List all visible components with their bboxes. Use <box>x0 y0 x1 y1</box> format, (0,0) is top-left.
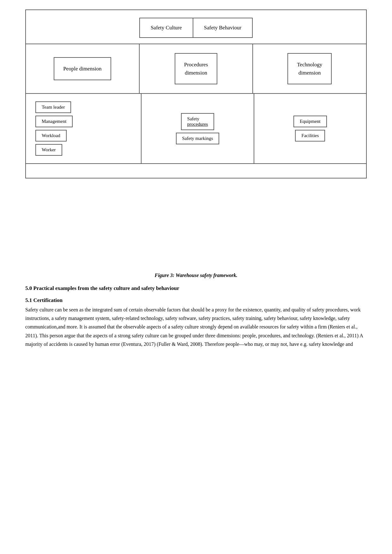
people-dimension-box: People dimension <box>54 57 111 81</box>
figure-row-3: Team leader Management Workload Worker S… <box>26 94 366 164</box>
worker-label: Worker <box>42 147 56 152</box>
equipment-item: Equipment <box>293 116 327 127</box>
equipment-label: Equipment <box>300 119 321 124</box>
facilities-item: Facilities <box>295 130 325 142</box>
safety-procedures-item: Safetyprocedures <box>181 113 214 130</box>
procedures-subitems-col: Safetyprocedures Safety markings <box>142 94 254 163</box>
figure-label: Figure 3: <box>154 273 174 278</box>
technology-subitems-col: Equipment Facilities <box>254 94 366 163</box>
blank-space <box>25 185 367 267</box>
technology-dimension-col: Technologydimension <box>253 44 366 93</box>
figure-title: Warehouse safety framework. <box>174 273 237 278</box>
safety-markings-item: Safety markings <box>176 133 220 144</box>
team-leader-label: Team leader <box>42 105 65 110</box>
people-dimension-col: People dimension <box>26 44 140 93</box>
safety-culture-cell: Safety Culture <box>140 18 193 37</box>
management-item: Management <box>35 116 73 127</box>
page: Safety Culture Safety Behaviour People d… <box>0 0 392 362</box>
safety-culture-label: Safety Culture <box>151 25 182 31</box>
safety-behaviour-label: Safety Behaviour <box>204 25 242 31</box>
safety-markings-label: Safety markings <box>182 136 213 141</box>
team-leader-item: Team leader <box>35 101 71 113</box>
body-paragraph-1: Safety culture can be seen as the integr… <box>25 305 367 348</box>
figure-row-2: People dimension Proceduresdimension Tec… <box>26 44 366 94</box>
facilities-label: Facilities <box>301 133 319 138</box>
worker-item: Worker <box>35 144 62 156</box>
figure-row-1: Safety Culture Safety Behaviour <box>26 10 366 44</box>
row1-inner-box: Safety Culture Safety Behaviour <box>139 18 253 38</box>
figure-row-4-empty <box>26 164 366 178</box>
figure-diagram: Safety Culture Safety Behaviour People d… <box>25 9 367 178</box>
safety-procedures-label: Safetyprocedures <box>187 116 208 127</box>
section-5-heading: 5.0 Practical examples from the safety c… <box>25 285 367 292</box>
procedures-dimension-box: Proceduresdimension <box>175 53 218 84</box>
procedures-dimension-col: Proceduresdimension <box>140 44 253 93</box>
workload-label: Workload <box>42 133 60 138</box>
section-51-heading: 5.1 Certification <box>25 297 367 304</box>
technology-dimension-box: Technologydimension <box>287 53 332 84</box>
workload-item: Workload <box>35 130 67 142</box>
people-dim-label: People dimension <box>63 66 101 72</box>
safety-behaviour-cell: Safety Behaviour <box>193 18 252 37</box>
people-subitems-col: Team leader Management Workload Worker <box>26 94 142 163</box>
figure-caption: Figure 3: Warehouse safety framework. <box>25 273 367 278</box>
management-label: Management <box>42 119 66 124</box>
